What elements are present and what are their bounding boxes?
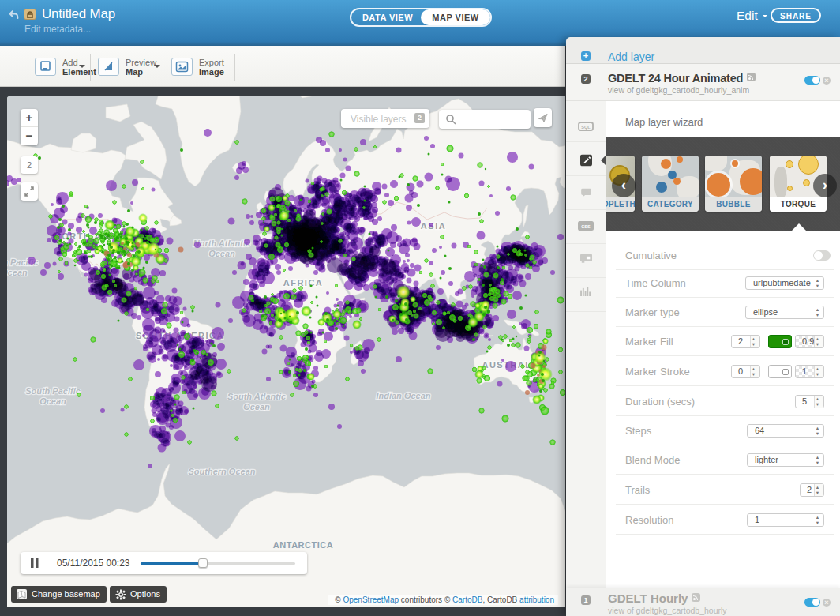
svg-text:Indian Ocean: Indian Ocean xyxy=(376,391,430,400)
svg-text:AFRICA: AFRICA xyxy=(283,278,324,287)
svg-text:Ocean: Ocean xyxy=(7,268,28,277)
svg-text:Ocean: Ocean xyxy=(208,249,235,258)
svg-text:Ocean: Ocean xyxy=(39,396,66,406)
svg-text:SQL: SQL xyxy=(581,125,591,130)
svg-text:South Atlantic: South Atlantic xyxy=(227,392,286,401)
svg-text:South Pacific: South Pacific xyxy=(25,386,81,396)
svg-text:North Atlantic: North Atlantic xyxy=(193,239,250,248)
svg-text:ANTARCTICA: ANTARCTICA xyxy=(273,540,333,550)
svg-text:CSS: CSS xyxy=(581,224,591,229)
svg-text:ASIA: ASIA xyxy=(421,221,446,231)
svg-text:Ocean: Ocean xyxy=(243,402,270,411)
svg-text:Southern Ocean: Southern Ocean xyxy=(189,467,256,476)
